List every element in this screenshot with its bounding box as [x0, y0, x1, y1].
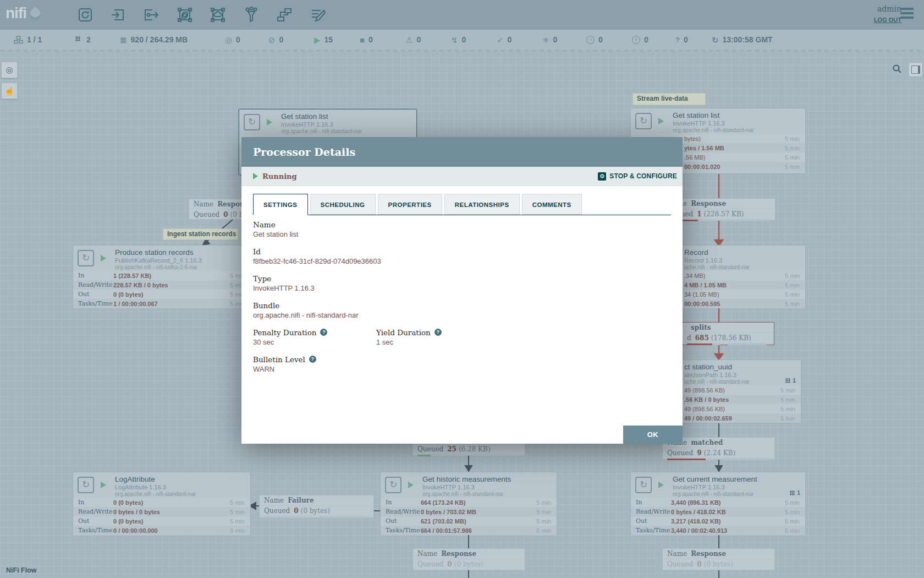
- tab-comments[interactable]: COMMENTS: [522, 194, 582, 215]
- stat-row: Read/Write0 bytes / 0 bytes5 min: [73, 507, 250, 516]
- operate-palette-button[interactable]: ☝: [1, 83, 18, 99]
- stat-row: Out621 (703.02 MB)5 min: [381, 516, 557, 526]
- not-transmitting-icon: ⊘: [268, 36, 276, 44]
- navigate-palette-button[interactable]: ◎: [1, 62, 18, 78]
- processor-bundle: org.apache.nifi - nifi-standard-nar: [673, 127, 754, 133]
- help-icon[interactable]: ?: [320, 329, 327, 336]
- ok-button[interactable]: OK: [623, 426, 683, 444]
- help-icon[interactable]: ?: [309, 356, 316, 363]
- label-ingest-station-records[interactable]: Ingest station records: [163, 228, 238, 240]
- active-thread-badge: 1: [785, 377, 796, 384]
- processor-type: Record 1.16.3: [684, 257, 750, 264]
- bulletin-level-value: WARN: [253, 365, 671, 374]
- drag-remote-process-group-button[interactable]: [208, 5, 228, 25]
- breadcrumb[interactable]: NiFi Flow: [6, 566, 37, 574]
- tab-relationships[interactable]: RELATIONSHIPS: [444, 194, 520, 215]
- bulletin-level-label: Bulletin Level?: [253, 355, 671, 364]
- processor-title: LogAttribute: [115, 475, 196, 483]
- yield-duration-value: 1 sec: [376, 338, 499, 347]
- cluster-icon: [14, 36, 23, 44]
- processor-get-current-measurement[interactable]: ↻ Get current measurement InvokeHTTP 1.1…: [630, 472, 806, 535]
- running-indicator-icon: [101, 255, 106, 261]
- bundle-value: org.apache.nifi - nifi-standard-nar: [253, 311, 671, 320]
- drag-label-button[interactable]: [308, 5, 328, 25]
- input-port-icon: [109, 6, 127, 24]
- nifi-logo: nifi: [6, 4, 41, 22]
- processor-icon: ↻: [385, 477, 402, 493]
- tab-settings[interactable]: SETTINGS: [253, 194, 308, 215]
- label-stream-live-data[interactable]: Stream live-data: [632, 93, 706, 105]
- processor-get-historic-measurements[interactable]: ↻ Get historic measurements InvokeHTTP 1…: [380, 472, 557, 535]
- status-running: ▶15: [314, 30, 333, 50]
- running-indicator-icon: [658, 118, 664, 124]
- connection-label-failure[interactable]: NameFailure Queued0(0 bytes): [259, 495, 374, 518]
- processor-title: Get station list: [673, 111, 754, 119]
- penalty-duration-value: 30 sec: [253, 338, 376, 347]
- status-locally-modified-stale: !0: [632, 30, 648, 50]
- status-bar: 1 / 1 2 ≣ 920 / 264.29 MB ◎0 ⊘0 ▶15 ■0 ⚠…: [0, 30, 924, 50]
- processor-icon: ↻: [78, 477, 94, 493]
- yield-duration-label: Yield Duration?: [376, 328, 499, 337]
- panel-toggle-button[interactable]: [909, 63, 922, 77]
- drag-template-button[interactable]: [274, 5, 294, 25]
- stat-row: In3,440 (896.31 KB)5 min: [631, 498, 805, 507]
- dialog-tabs: SETTINGS SCHEDULING PROPERTIES RELATIONS…: [253, 194, 671, 215]
- canvas-ticks: [0, 50, 924, 52]
- drag-process-group-button[interactable]: [175, 5, 195, 25]
- sync-failure-icon: ?: [675, 36, 680, 43]
- status-stopped: ■0: [360, 30, 373, 50]
- status-invalid: ⚠0: [405, 30, 421, 50]
- status-disabled: ↯0: [451, 30, 466, 50]
- stat-row: Read/Write0 bytes / 703.02 MB5 min: [381, 507, 557, 516]
- dialog-title: Processor Details: [241, 137, 683, 167]
- transmitting-icon: ◎: [225, 36, 232, 44]
- processor-produce-station-records[interactable]: ↻ Produce station records PublishKafkaRe…: [73, 245, 251, 308]
- running-indicator-icon: [658, 482, 664, 488]
- stop-and-configure-button[interactable]: ⚙ STOP & CONFIGURE: [598, 172, 677, 181]
- drag-processor-button[interactable]: [75, 5, 95, 25]
- gear-icon: ⚙: [598, 172, 606, 181]
- processor-bundle: ache.nifi - nifi-standard-nar: [684, 379, 750, 385]
- status-cluster: 1 / 1: [14, 30, 42, 50]
- processor-title: Get station list: [281, 112, 362, 121]
- stat-row: Tasks/Time1 / 00:00:00.0675 min: [73, 299, 250, 308]
- connection-label-response-bottom-center[interactable]: NameResponse Queued0(0 bytes): [413, 548, 525, 570]
- processor-type: PublishKafkaRecord_2_6 1.16.3: [115, 257, 202, 264]
- birdseye-icon: ◎: [6, 65, 13, 75]
- name-label: Name: [253, 220, 671, 229]
- invalid-icon: ⚠: [405, 36, 413, 44]
- logout-link[interactable]: LOG OUT: [874, 17, 901, 23]
- drag-input-port-button[interactable]: [108, 5, 128, 25]
- process-group-icon: [176, 6, 194, 24]
- processor-title: Get current measurement: [673, 475, 757, 483]
- stat-row: Tasks/Time3,440 / 00:02:40.9135 min: [631, 526, 805, 535]
- id-value: f8fbeb32-fc46-31cf-829d-074d09e36603: [253, 257, 671, 266]
- id-label: Id: [253, 247, 671, 256]
- processor-logattribute[interactable]: ↻ LogAttribute LogAttribute 1.16.3 org.a…: [73, 472, 251, 535]
- processor-icon: [76, 6, 94, 24]
- tab-scheduling[interactable]: SCHEDULING: [310, 194, 376, 215]
- tab-properties[interactable]: PROPERTIES: [378, 194, 442, 215]
- template-icon: [276, 6, 293, 24]
- connection-label-splits-partial[interactable]: splits d685(178.56 KB): [676, 322, 774, 345]
- global-menu-button[interactable]: [900, 8, 914, 21]
- processor-bundle: ache.nifi - nifi-standard-nar: [684, 264, 750, 270]
- running-indicator-icon: [408, 482, 414, 488]
- stat-row: Read/Write228.57 KB / 0 bytes5 min: [73, 280, 250, 290]
- locally-modified-stale-icon: !: [632, 36, 640, 44]
- processor-title: Record: [684, 248, 750, 257]
- processor-type: LogAttribute 1.16.3: [115, 484, 196, 490]
- stat-row: In1 (228.57 KB)5 min: [73, 271, 250, 280]
- drag-funnel-button[interactable]: [241, 5, 261, 25]
- current-user: admin: [877, 4, 901, 13]
- help-icon[interactable]: ?: [435, 329, 442, 336]
- drag-output-port-button[interactable]: [141, 5, 161, 25]
- connection-label-response-bottom-right[interactable]: NameResponse Queued0(0 bytes): [662, 548, 775, 570]
- search-button[interactable]: [892, 64, 902, 76]
- running-indicator-icon: [101, 482, 106, 488]
- status-up-to-date: ✓0: [497, 30, 512, 50]
- running-icon: ▶: [314, 36, 321, 44]
- type-value: InvokeHTTP 1.16.3: [253, 284, 671, 293]
- status-last-refresh: ↻ 13:00:58 GMT: [712, 30, 773, 50]
- stale-icon: ↑: [586, 36, 595, 44]
